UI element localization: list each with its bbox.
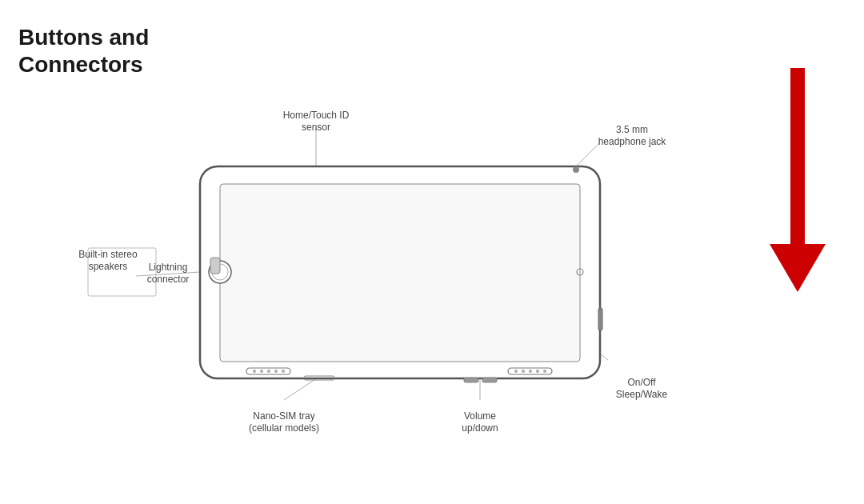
svg-point-22	[536, 370, 539, 373]
svg-point-19	[514, 370, 518, 373]
svg-text:Nano-SIM tray: Nano-SIM tray	[253, 410, 314, 422]
svg-rect-25	[464, 378, 478, 382]
svg-line-1	[576, 142, 600, 166]
svg-point-17	[282, 370, 285, 373]
arrow-head	[770, 244, 826, 292]
title-line1: Buttons and	[18, 24, 149, 51]
svg-text:Sleep/Wake: Sleep/Wake	[616, 389, 668, 400]
svg-text:up/down: up/down	[462, 422, 498, 434]
svg-text:Volume: Volume	[464, 410, 496, 422]
svg-text:sensor: sensor	[302, 122, 330, 133]
svg-point-14	[260, 370, 263, 373]
svg-rect-24	[598, 308, 602, 330]
svg-text:Built-in stereo: Built-in stereo	[78, 249, 138, 260]
svg-rect-27	[210, 258, 220, 274]
svg-point-23	[543, 370, 546, 373]
svg-text:headphone jack: headphone jack	[598, 136, 667, 147]
red-arrow	[770, 68, 826, 292]
svg-text:Home/Touch ID: Home/Touch ID	[283, 110, 350, 121]
svg-text:connector: connector	[147, 274, 190, 285]
svg-point-21	[529, 370, 532, 373]
svg-text:3.5 mm: 3.5 mm	[616, 124, 648, 135]
svg-rect-8	[220, 184, 580, 362]
svg-text:Lightning: Lightning	[149, 262, 188, 273]
svg-rect-26	[482, 378, 497, 382]
arrow-shaft	[790, 68, 805, 244]
svg-point-13	[253, 370, 256, 373]
svg-point-15	[267, 370, 270, 373]
svg-text:On/Off: On/Off	[627, 377, 656, 388]
svg-point-30	[573, 166, 579, 173]
ipad-diagram: Home/Touch ID sensor 3.5 mm headphone ja…	[72, 48, 736, 464]
svg-text:speakers: speakers	[89, 261, 128, 272]
svg-point-16	[274, 370, 278, 373]
svg-text:(cellular models): (cellular models)	[249, 422, 319, 434]
svg-point-20	[522, 370, 525, 373]
